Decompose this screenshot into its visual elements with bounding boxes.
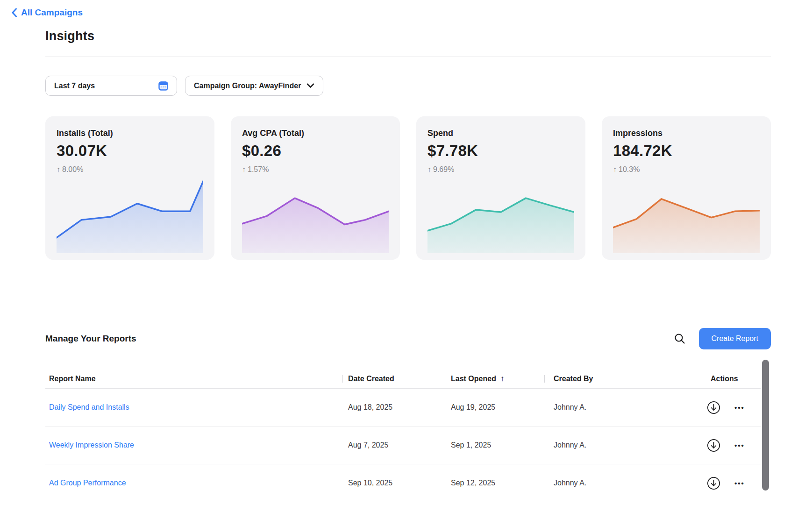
reports-section-header: Manage Your Reports Create Report [45,328,771,349]
column-header-created-by[interactable]: Created By [554,375,704,383]
ellipsis-icon: ••• [734,479,745,487]
metric-label: Spend [427,128,574,138]
calendar-icon [158,81,168,91]
download-icon [707,476,720,490]
campaign-group-dropdown[interactable]: Campaign Group: AwayFinder [185,76,323,96]
report-name-link[interactable]: Daily Spend and Installs [49,403,129,411]
date-range-picker[interactable]: Last 7 days [45,76,177,96]
avg-cpa-sparkline-chart [242,176,389,253]
vertical-scrollbar-thumb[interactable] [762,360,769,491]
main-content: Insights Last 7 days Campaign Group: Awa… [45,0,771,502]
filter-bar: Last 7 days Campaign Group: AwayFinder [45,76,771,96]
metric-value: $7.78K [427,142,574,160]
chevron-down-icon [306,83,314,88]
page-title: Insights [45,29,771,43]
last-opened-cell: Sep 1, 2025 [451,441,554,449]
date-created-cell: Aug 7, 2025 [348,441,451,449]
column-divider [680,375,680,383]
reports-table: Report Name Date Created Last Opened ↑ C… [45,369,771,502]
metric-card-spend[interactable]: Spend $7.78K ↑ 9.69% [416,116,585,260]
chevron-left-icon [11,8,17,17]
metric-change-value: 10.3% [619,165,640,174]
trend-up-icon: ↑ [427,165,431,174]
metric-change: ↑ 8.00% [57,165,203,174]
download-icon [707,401,720,414]
title-divider [45,57,771,57]
metric-card-impressions[interactable]: Impressions 184.72K ↑ 10.3% [602,116,771,260]
metric-value: 30.07K [57,142,203,160]
column-header-actions: Actions [704,375,761,383]
download-report-button[interactable] [707,401,720,414]
column-header-last-opened[interactable]: Last Opened ↑ [451,374,554,384]
ellipsis-icon: ••• [734,404,745,412]
metric-change-value: 1.57% [248,165,269,174]
trend-up-icon: ↑ [57,165,60,174]
trend-up-icon: ↑ [613,165,617,174]
column-header-report-name[interactable]: Report Name [45,375,348,383]
metric-label: Installs (Total) [57,128,203,138]
created-by-cell: Johnny A. [554,479,704,487]
metric-label: Impressions [613,128,760,138]
ellipsis-icon: ••• [734,441,745,449]
date-created-cell: Aug 18, 2025 [348,403,451,412]
reports-header-actions: Create Report [674,328,771,349]
download-icon [707,439,720,452]
spend-sparkline-chart [427,176,574,253]
metric-value: 184.72K [613,142,760,160]
metric-label: Avg CPA (Total) [242,128,389,138]
column-divider [342,375,343,383]
metric-card-installs[interactable]: Installs (Total) 30.07K ↑ 8.00% [45,116,214,260]
last-opened-cell: Aug 19, 2025 [451,403,554,412]
table-row: Daily Spend and Installs Aug 18, 2025 Au… [45,389,761,427]
sort-ascending-icon: ↑ [500,374,505,384]
more-options-button[interactable]: ••• [734,441,745,449]
metric-value: $0.26 [242,142,389,160]
created-by-cell: Johnny A. [554,403,704,412]
table-header-row: Report Name Date Created Last Opened ↑ C… [45,369,761,389]
column-divider [544,375,545,383]
row-actions: ••• [704,476,761,490]
date-created-cell: Sep 10, 2025 [348,479,451,487]
date-range-label: Last 7 days [54,82,95,90]
created-by-cell: Johnny A. [554,441,704,449]
metric-change: ↑ 9.69% [427,165,574,174]
column-divider [445,375,445,383]
metric-change: ↑ 10.3% [613,165,760,174]
metric-card-avg-cpa[interactable]: Avg CPA (Total) $0.26 ↑ 1.57% [231,116,400,260]
reports-heading: Manage Your Reports [45,334,136,344]
search-button[interactable] [674,333,686,345]
more-options-button[interactable]: ••• [734,404,745,412]
download-report-button[interactable] [707,439,720,452]
trend-up-icon: ↑ [242,165,246,174]
search-icon [674,333,686,345]
more-options-button[interactable]: ••• [734,479,745,487]
table-row: Weekly Impression Share Aug 7, 2025 Sep … [45,427,761,464]
report-name-link[interactable]: Weekly Impression Share [49,441,134,449]
campaign-group-label: Campaign Group: AwayFinder [194,82,301,90]
impressions-sparkline-chart [613,176,760,253]
download-report-button[interactable] [707,476,720,490]
metric-change: ↑ 1.57% [242,165,389,174]
column-header-date-created[interactable]: Date Created [348,375,451,383]
installs-sparkline-chart [57,176,203,253]
last-opened-cell: Sep 12, 2025 [451,479,554,487]
metric-change-value: 8.00% [62,165,83,174]
metric-change-value: 9.69% [433,165,454,174]
table-row: Ad Group Performance Sep 10, 2025 Sep 12… [45,464,761,502]
row-actions: ••• [704,401,761,414]
report-name-link[interactable]: Ad Group Performance [49,479,126,487]
metric-cards: Installs (Total) 30.07K ↑ 8.00% Avg CPA … [45,116,771,260]
row-actions: ••• [704,439,761,452]
create-report-button[interactable]: Create Report [699,328,771,349]
